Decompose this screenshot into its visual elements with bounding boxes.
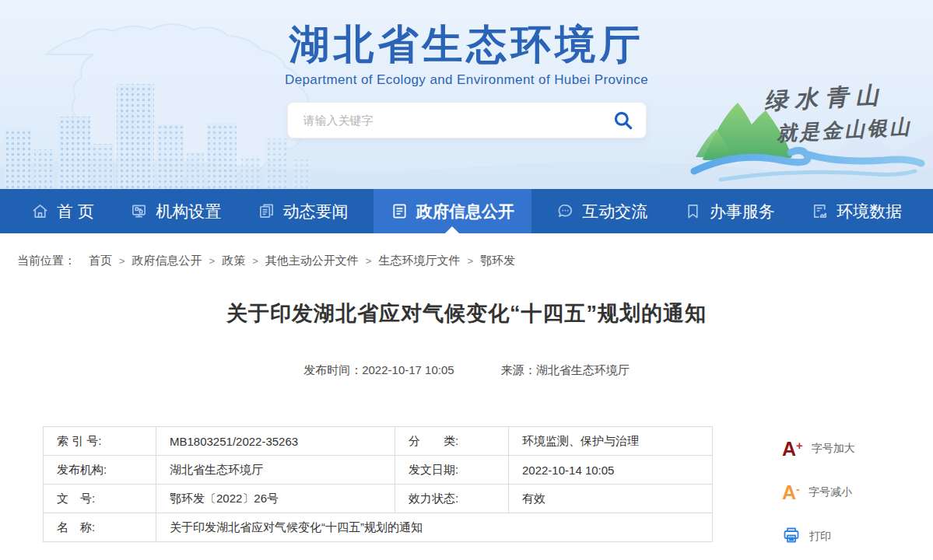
table-row: 发布机构: 湖北省生态环境厅 发文日期: 2022-10-14 10:05 (44, 456, 713, 485)
category-value: 环境监测、保护与治理 (509, 427, 713, 456)
breadcrumb-separator: > (366, 255, 372, 267)
breadcrumb-separator: > (467, 255, 473, 267)
slogan-line1: 绿水青山 (763, 79, 886, 117)
index-number-label: 索 引 号: (44, 427, 156, 456)
font-decrease-icon: A- (782, 482, 800, 502)
breadcrumb-item-home[interactable]: 首页 (89, 254, 112, 268)
nav-item-label: 政府信息公开 (416, 201, 514, 222)
source-value: 湖北省生态环境厅 (536, 363, 630, 376)
slogan-graphic: 绿水青山 就是金山银山 (689, 76, 927, 185)
breadcrumb-item-ehuanfa[interactable]: 鄂环发 (480, 254, 515, 268)
table-row: 索 引 号: MB1803251/2022-35263 分 类: 环境监测、保护… (44, 427, 713, 456)
publish-time-value: 2022-10-17 10:05 (362, 363, 454, 376)
content: 索 引 号: MB1803251/2022-35263 分 类: 环境监测、保护… (43, 426, 933, 542)
issue-date-value: 2022-10-14 10:05 (509, 456, 713, 485)
nav-item-news[interactable]: 动态要闻 (247, 189, 360, 233)
article-meta: 发布时间：2022-10-17 10:05 来源：湖北省生态环境厅 (0, 363, 933, 378)
publish-time: 发布时间：2022-10-17 10:05 (303, 363, 454, 376)
breadcrumb-item-gov-info[interactable]: 政府信息公开 (132, 254, 202, 268)
breadcrumb: 当前位置： 首页 > 政府信息公开 > 政策 > 其他主动公开文件 > 生态环境… (0, 233, 933, 268)
nav-item-env-data[interactable]: 环境数据 (800, 189, 913, 233)
nav-item-label: 机构设置 (156, 201, 221, 222)
news-icon (258, 202, 275, 220)
nav-item-label: 办事服务 (710, 201, 775, 222)
font-decrease-label: 字号减小 (808, 485, 852, 499)
doc-title-value: 关于印发湖北省应对气候变化“十四五”规划的通知 (156, 513, 713, 542)
issuing-agency-value: 湖北省生态环境厅 (156, 456, 395, 485)
font-increase-icon: A+ (782, 439, 803, 459)
nav-item-home[interactable]: 首 页 (20, 189, 105, 233)
source-label: 来源： (501, 363, 536, 376)
table-row: 名 称: 关于印发湖北省应对气候变化“十四五”规划的通知 (44, 513, 713, 542)
slogan-wave2-icon (721, 171, 915, 180)
nav-item-label: 环境数据 (837, 201, 902, 222)
site-title: 湖北省生态环境厅 (218, 22, 716, 66)
validity-value: 有效 (509, 485, 713, 513)
breadcrumb-item-policy[interactable]: 政策 (222, 254, 245, 268)
breadcrumb-separator: > (119, 255, 125, 267)
printer-icon (782, 526, 801, 548)
breadcrumb-label: 当前位置： (17, 254, 75, 268)
category-label: 分 类: (395, 427, 509, 456)
print-label: 打印 (809, 530, 831, 544)
doc-number-value: 鄂环发〔2022〕26号 (156, 485, 395, 513)
org-icon (130, 202, 148, 220)
font-decrease-button[interactable]: A- 字号减小 (782, 482, 855, 502)
nav-item-services[interactable]: 办事服务 (673, 189, 786, 233)
publish-time-label: 发布时间： (303, 363, 362, 376)
site-header: 湖北省生态环境厅 Department of Ecology and Envir… (0, 0, 933, 189)
nav-item-label: 互动交流 (582, 201, 647, 222)
data-chart-icon (811, 202, 829, 220)
index-number-value: MB1803251/2022-35263 (156, 427, 395, 456)
header-center: 湖北省生态环境厅 Department of Ecology and Envir… (218, 22, 716, 138)
doc-number-label: 文 号: (44, 485, 156, 513)
issue-date-label: 发文日期: (395, 456, 509, 485)
doc-title-label: 名 称: (44, 513, 156, 542)
document-icon (391, 202, 409, 220)
chat-icon (556, 202, 574, 220)
nav-item-gov-info[interactable]: 政府信息公开 (374, 189, 531, 233)
validity-label: 效力状态: (395, 485, 509, 513)
site-subtitle: Department of Ecology and Environment of… (218, 72, 716, 88)
main-nav: 首 页 机构设置 动态要闻 (0, 189, 933, 233)
nav-item-label: 动态要闻 (283, 201, 349, 222)
font-increase-button[interactable]: A+ 字号加大 (782, 439, 855, 459)
page: 湖北省生态环境厅 Department of Ecology and Envir… (0, 0, 933, 560)
print-button[interactable]: 打印 (782, 526, 855, 548)
bookmark-icon (684, 202, 702, 220)
page-tools: A+ 字号加大 A- 字号减小 打印 (782, 439, 855, 548)
font-increase-label: 字号加大 (812, 442, 855, 456)
breadcrumb-item-other-docs[interactable]: 其他主动公开文件 (265, 254, 359, 268)
search-button[interactable] (601, 103, 646, 138)
source: 来源：湖北省生态环境厅 (501, 363, 630, 376)
article-title: 关于印发湖北省应对气候变化“十四五”规划的通知 (0, 299, 933, 327)
search-bar (287, 102, 647, 138)
nav-item-org[interactable]: 机构设置 (119, 189, 232, 233)
breadcrumb-separator: > (209, 255, 216, 267)
document-info-table: 索 引 号: MB1803251/2022-35263 分 类: 环境监测、保护… (43, 426, 713, 542)
home-icon (31, 202, 49, 220)
nav-item-interact[interactable]: 互动交流 (545, 189, 658, 233)
issuing-agency-label: 发布机构: (44, 456, 156, 485)
table-row: 文 号: 鄂环发〔2022〕26号 效力状态: 有效 (44, 485, 713, 513)
breadcrumb-separator: > (252, 255, 258, 267)
nav-item-label: 首 页 (57, 201, 94, 222)
search-icon (612, 110, 633, 131)
breadcrumb-item-dept-docs[interactable]: 生态环境厅文件 (378, 254, 460, 268)
search-input[interactable] (288, 114, 601, 127)
